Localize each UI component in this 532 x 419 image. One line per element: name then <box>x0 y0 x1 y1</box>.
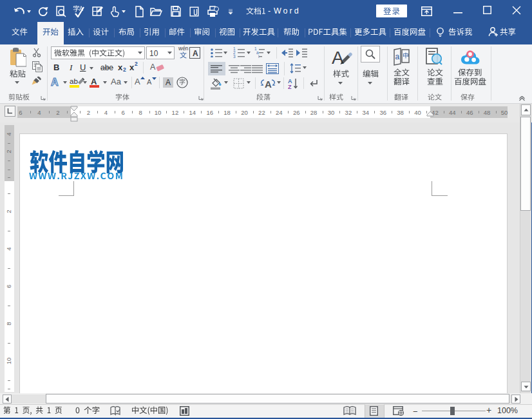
svg-text:Z: Z <box>288 84 292 90</box>
svg-text:A: A <box>332 48 344 68</box>
svg-text:a: a <box>395 52 400 61</box>
svg-text:A: A <box>265 79 272 89</box>
